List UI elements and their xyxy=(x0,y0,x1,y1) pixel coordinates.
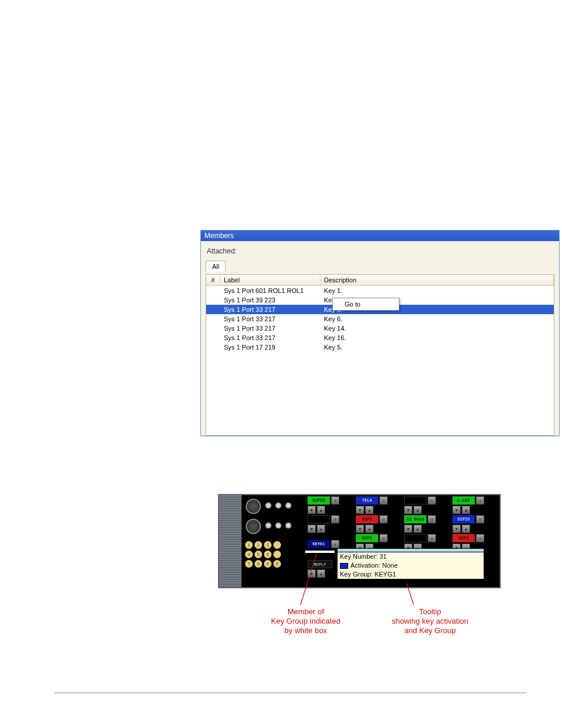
key-up-icon[interactable]: ▲ xyxy=(462,506,470,514)
context-goto[interactable]: Go to xyxy=(333,298,399,310)
key-up-icon[interactable]: ▲ xyxy=(414,525,422,533)
knob-2c[interactable] xyxy=(285,522,292,529)
keypad-7[interactable]: 7 xyxy=(245,560,253,568)
key-down-icon[interactable]: ▼ xyxy=(452,506,461,514)
key-down-icon[interactable]: ▼ xyxy=(356,506,364,514)
key-column-1: SIPIO≡▼▲≡▼▲ xyxy=(308,496,339,533)
tab-all[interactable]: All xyxy=(206,261,226,272)
tooltip-key-number: Key Number: 31 xyxy=(340,552,386,561)
key-group-indicator xyxy=(305,551,335,553)
panel-key[interactable]: SIPI LSIPL≡ xyxy=(356,515,388,523)
keypad-2[interactable]: 2 xyxy=(254,541,262,549)
panel-key[interactable]: TELA≡ xyxy=(356,496,388,505)
keypad-0[interactable]: 0 xyxy=(273,560,281,568)
keypad-clr[interactable] xyxy=(273,541,281,549)
key-toggle-icon[interactable]: ≡ xyxy=(379,534,388,542)
reply-key[interactable]: REPLY xyxy=(308,560,332,568)
table-row[interactable]: Sys 1 Port 33 217Key 6. xyxy=(206,314,554,324)
panel-key[interactable]: L-LEV≡ xyxy=(452,496,484,505)
keypad-ext[interactable] xyxy=(273,551,281,558)
selected-key[interactable]: KEYG1 ≡ xyxy=(308,540,339,548)
reply-area: REPLY ▼ ▲ xyxy=(308,560,332,578)
reply-up-icon[interactable]: ▲ xyxy=(317,569,325,578)
attached-label: Attached: xyxy=(206,245,554,258)
key-toggle-icon[interactable]: ≡ xyxy=(428,534,436,542)
key-toggle-icon[interactable]: ≡ xyxy=(476,534,484,542)
key-up-icon[interactable]: ▲ xyxy=(365,525,373,533)
reply-down-icon[interactable]: ▼ xyxy=(308,569,316,578)
col-header-label[interactable]: Label xyxy=(220,275,320,285)
key-column-3: ≡▼▲C2 Feed≡▼▲≡▼▲ xyxy=(404,496,436,552)
tabstrip: All xyxy=(206,260,554,274)
selected-key-label: KEYG1 xyxy=(308,540,330,548)
knob-2b[interactable] xyxy=(275,522,282,529)
knob-1b[interactable] xyxy=(275,502,282,509)
key-tooltip: Key Number: 31 Activation: None Key Grou… xyxy=(337,548,484,579)
key-toggle-icon[interactable]: ≡ xyxy=(379,515,388,523)
din-connector-1 xyxy=(246,499,261,514)
callout-member: Member of Key Group indicated by white b… xyxy=(250,607,362,635)
keypad-6[interactable]: 6 xyxy=(264,551,272,558)
col-header-num[interactable]: # xyxy=(206,275,220,285)
key-column-4: L-LEV≡▼▲SIPIO≡▼▲SIPI≡▼▲ xyxy=(452,496,484,552)
table-row[interactable]: Sys 1 Port 33 217Key 14. xyxy=(206,324,554,333)
table-row[interactable]: Sys 1 Port 33 217Key 16. xyxy=(206,333,554,342)
tooltip-swatch-icon xyxy=(340,563,348,569)
hardware-panel: 1 2 3 4 5 6 7 8 9 0 SIPIO≡▼▲≡▼▲ TELA≡▼▲S… xyxy=(218,494,501,588)
keypad-1[interactable]: 1 xyxy=(245,541,253,549)
key-column-2: TELA≡▼▲SIPI LSIPL≡▼▲SIPI≡▼▲ xyxy=(356,496,388,552)
key-toggle-icon[interactable]: ≡ xyxy=(331,496,339,505)
key-toggle-icon[interactable]: ≡ xyxy=(476,496,484,505)
key-up-icon[interactable]: ▲ xyxy=(414,506,422,514)
panel-key[interactable]: ≡ xyxy=(308,515,339,523)
knob-1a[interactable] xyxy=(265,502,272,509)
key-toggle-icon[interactable]: ≡ xyxy=(331,515,339,523)
panel-key[interactable]: SIPIO≡ xyxy=(308,496,339,505)
numeric-keypad: 1 2 3 4 5 6 7 8 9 0 xyxy=(245,541,282,568)
key-up-icon[interactable]: ▲ xyxy=(317,506,325,514)
keypad-5[interactable]: 5 xyxy=(254,551,262,558)
tooltip-activation: Activation: None xyxy=(351,561,398,570)
din-connector-2 xyxy=(246,519,261,534)
context-menu: Go to xyxy=(332,298,399,311)
key-up-icon[interactable]: ▲ xyxy=(365,506,373,514)
panel-key[interactable]: C2 Feed≡ xyxy=(404,515,436,523)
keypad-4[interactable]: 4 xyxy=(245,551,253,558)
key-up-icon[interactable]: ▲ xyxy=(462,525,470,533)
keypad-3[interactable]: 3 xyxy=(264,541,272,549)
panel-key[interactable]: ≡ xyxy=(404,496,436,505)
panel-key[interactable]: SIPIO≡ xyxy=(452,515,484,523)
key-down-icon[interactable]: ▼ xyxy=(452,525,461,533)
key-up-icon[interactable]: ▲ xyxy=(317,525,325,533)
key-toggle-icon[interactable]: ≡ xyxy=(428,496,436,505)
knob-1c[interactable] xyxy=(285,502,292,509)
key-down-icon[interactable]: ▼ xyxy=(404,525,412,533)
keypad-8[interactable]: 8 xyxy=(254,560,262,568)
key-toggle-icon[interactable]: ≡ xyxy=(379,496,388,505)
col-header-desc[interactable]: Description xyxy=(320,275,554,285)
rack-rail xyxy=(219,495,242,588)
table-row[interactable]: Sys 1 Port 17 219Key 5. xyxy=(206,342,554,352)
key-toggle-icon[interactable]: ≡ xyxy=(476,515,484,523)
key-down-icon[interactable]: ▼ xyxy=(308,506,316,514)
tooltip-key-group: Key Group: KEYG1 xyxy=(340,570,396,579)
keypad-9[interactable]: 9 xyxy=(264,560,272,568)
key-down-icon[interactable]: ▼ xyxy=(356,525,364,533)
members-panel: Members Attached: All # Label Descriptio… xyxy=(200,230,560,436)
knob-2a[interactable] xyxy=(265,522,272,529)
key-down-icon[interactable]: ▼ xyxy=(404,506,412,514)
selected-key-toggle[interactable]: ≡ xyxy=(331,540,339,548)
panel-title: Members xyxy=(201,230,559,241)
panel-key[interactable]: SIPI≡ xyxy=(452,534,484,542)
key-down-icon[interactable]: ▼ xyxy=(308,525,316,533)
callout-tooltip: Tooltip showing key activation and Key G… xyxy=(371,607,489,635)
key-toggle-icon[interactable]: ≡ xyxy=(428,515,436,523)
table-row[interactable]: Sys 1 Port 601 ROL1 ROL1Key 1. xyxy=(206,286,554,295)
footer-rule xyxy=(54,693,527,693)
panel-key[interactable]: ≡ xyxy=(404,534,436,542)
panel-key[interactable]: SIPI≡ xyxy=(356,534,388,542)
